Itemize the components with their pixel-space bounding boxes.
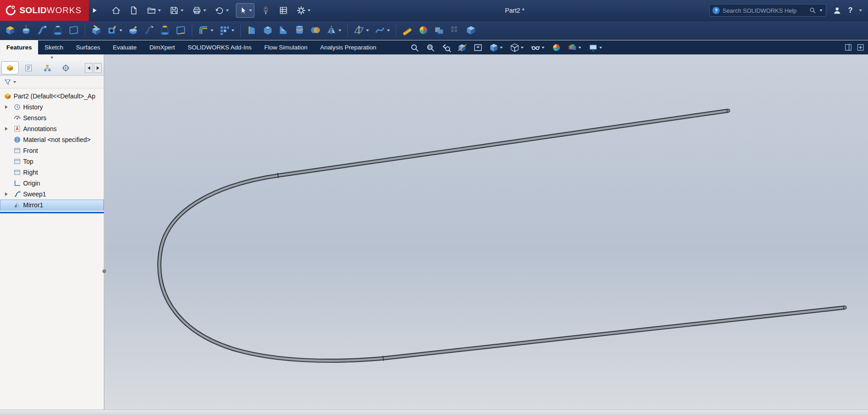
tree-item-sensors[interactable]: Sensors — [0, 112, 104, 123]
tree-item-front-plane[interactable]: Front — [0, 145, 104, 156]
panel-grip[interactable] — [0, 54, 104, 60]
tab-features[interactable]: Features — [0, 40, 38, 54]
extruded-cut-button[interactable] — [90, 24, 103, 37]
swept-cut-button[interactable] — [142, 24, 156, 37]
hide-show-items-button[interactable] — [531, 43, 545, 52]
tree-item-history[interactable]: History — [0, 102, 104, 112]
tab-analysis-preparation[interactable]: Analysis Preparation — [314, 40, 383, 54]
tab-flow-simulation[interactable]: Flow Simulation — [258, 40, 314, 54]
previous-view-button[interactable] — [442, 43, 451, 52]
chevron-down-icon[interactable] — [203, 9, 207, 12]
rebuild-button[interactable] — [259, 3, 272, 18]
draft-button[interactable] — [245, 24, 258, 37]
3d-drawing-view-button[interactable] — [473, 43, 483, 52]
tree-item-mirror1[interactable]: Mirror1 — [0, 200, 104, 210]
edit-appearance-button[interactable] — [417, 24, 430, 37]
mirror-button[interactable] — [325, 24, 343, 37]
solid-bodies-button[interactable] — [464, 24, 478, 37]
tab-configurationmanager[interactable] — [39, 61, 56, 74]
expand-arrow-icon[interactable] — [4, 105, 9, 109]
boundary-boss-base-button[interactable] — [67, 24, 80, 37]
filter-funnel-icon[interactable] — [4, 78, 11, 86]
chevron-down-icon[interactable] — [578, 46, 582, 49]
chevron-down-icon[interactable] — [225, 9, 229, 12]
help-search-input[interactable] — [722, 7, 806, 14]
tab-dimxpert[interactable]: DimXpert — [143, 40, 181, 54]
lofted-cut-button[interactable] — [158, 24, 171, 37]
chevron-down-icon[interactable] — [599, 46, 603, 49]
rollback-bar[interactable] — [0, 212, 104, 213]
shell-button[interactable] — [261, 24, 274, 37]
revolved-boss-base-button[interactable] — [20, 24, 33, 37]
options-button[interactable] — [295, 3, 312, 18]
zoom-to-area-button[interactable] — [426, 43, 435, 52]
graphics-area[interactable] — [105, 54, 868, 410]
chevron-down-icon[interactable] — [307, 9, 311, 12]
home-button[interactable] — [110, 3, 122, 18]
lofted-boss-base-button[interactable] — [51, 24, 64, 37]
tab-evaluate[interactable]: Evaluate — [107, 40, 143, 54]
instant3d-button[interactable] — [401, 24, 414, 37]
chevron-down-icon[interactable] — [119, 29, 123, 32]
help-menu-button[interactable]: ? — [848, 6, 853, 15]
view-settings-button[interactable] — [589, 43, 603, 52]
new-document-button[interactable] — [127, 3, 140, 18]
chevron-down-icon[interactable] — [210, 29, 214, 32]
extruded-boss-base-button[interactable] — [4, 24, 17, 37]
tree-item-top-plane[interactable]: Top — [0, 156, 104, 167]
select-button[interactable] — [236, 3, 254, 18]
chevron-down-icon[interactable] — [386, 29, 390, 32]
tab-solidworks-add-ins[interactable]: SOLIDWORKS Add-Ins — [181, 40, 258, 54]
reference-geometry-button[interactable] — [352, 24, 371, 37]
wrap-button[interactable] — [293, 24, 306, 37]
tab-surfaces[interactable]: Surfaces — [70, 40, 107, 54]
chevron-down-icon[interactable] — [180, 9, 184, 12]
expand-arrow-icon[interactable] — [4, 127, 9, 131]
panel-tabs-scroll-left-button[interactable] — [85, 63, 93, 73]
zoom-to-fit-button[interactable] — [410, 43, 419, 52]
chevron-down-icon[interactable] — [520, 46, 524, 49]
tree-item-right-plane[interactable]: Right — [0, 167, 104, 178]
combine-button[interactable] — [433, 24, 446, 37]
chevron-down-icon[interactable] — [541, 46, 545, 49]
rib-button[interactable] — [277, 24, 290, 37]
section-view-button[interactable] — [458, 43, 467, 52]
print-button[interactable] — [190, 3, 208, 18]
chevron-down-icon[interactable] — [13, 80, 17, 84]
boundary-cut-button[interactable] — [174, 24, 187, 37]
undo-button[interactable] — [213, 3, 231, 18]
chevron-down-icon[interactable] — [231, 29, 235, 32]
view-orientation-button[interactable] — [489, 43, 503, 52]
chevron-down-icon[interactable] — [366, 29, 370, 32]
user-profile-icon[interactable] — [832, 5, 842, 15]
panel-tabs-scroll-right-button[interactable] — [94, 63, 102, 73]
fullscreen-toggle-icon[interactable] — [857, 44, 864, 51]
chevron-down-icon[interactable] — [499, 46, 503, 49]
expand-arrow-icon[interactable] — [4, 192, 9, 196]
tree-item-material[interactable]: Material <not specified> — [0, 134, 104, 145]
revolved-cut-button[interactable] — [127, 24, 140, 37]
tab-propertymanager[interactable] — [20, 61, 37, 74]
save-button[interactable] — [168, 3, 185, 18]
fillet-button[interactable] — [197, 24, 215, 37]
tab-sketch[interactable]: Sketch — [38, 40, 69, 54]
chevron-down-icon[interactable] — [157, 9, 161, 12]
file-properties-button[interactable] — [277, 3, 290, 18]
tab-dimxpertmanager[interactable] — [57, 61, 74, 74]
linear-pattern-button[interactable] — [218, 24, 236, 37]
search-icon[interactable] — [809, 7, 816, 14]
swept-boss-base-button[interactable] — [35, 24, 49, 37]
edit-appearance-hud-button[interactable] — [552, 43, 561, 52]
display-style-button[interactable] — [510, 43, 524, 52]
hole-wizard-button[interactable] — [106, 24, 124, 37]
intersect-button[interactable] — [309, 24, 322, 37]
tree-item-origin[interactable]: Origin — [0, 178, 104, 189]
apply-scene-button[interactable] — [568, 43, 582, 52]
chevron-down-icon[interactable] — [338, 29, 342, 32]
tree-item-annotations[interactable]: Annotations — [0, 123, 104, 134]
chevron-down-icon[interactable] — [819, 9, 823, 12]
open-button[interactable] — [145, 3, 163, 18]
menu-expand-arrow-icon[interactable] — [93, 8, 97, 13]
tree-item-sweep1[interactable]: Sweep1 — [0, 189, 104, 200]
chevron-down-icon[interactable] — [858, 9, 863, 12]
